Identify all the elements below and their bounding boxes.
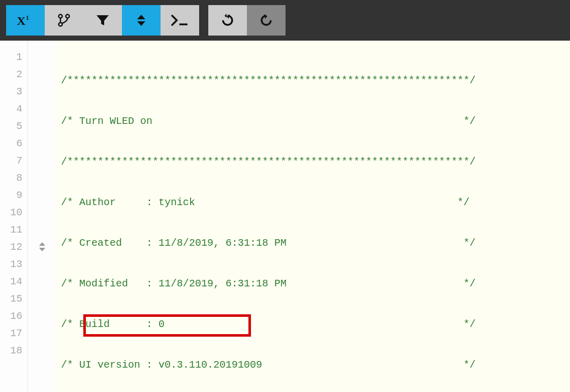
toolbar: X 1: [0, 0, 570, 41]
undo-button[interactable]: [208, 5, 247, 36]
code-line: /* Author : tynick */: [56, 193, 570, 211]
code-line: /* Build : 0 */: [56, 315, 570, 333]
line-number: 7: [0, 152, 27, 169]
comment: /* Created : 11/8/2019, 6:31:18 PM */: [61, 237, 476, 249]
line-number: 3: [0, 83, 27, 100]
svg-text:1: 1: [26, 14, 29, 21]
toolbar-group-history: [208, 5, 286, 36]
sort-button[interactable]: [122, 5, 161, 36]
svg-text:X: X: [17, 14, 26, 27]
line-number: 9: [0, 186, 27, 204]
line-number: 13: [0, 255, 27, 273]
line-number: 17: [0, 324, 27, 342]
line-number: 2: [0, 66, 27, 83]
comment: /***************************************…: [61, 156, 476, 168]
code-line: /* Modified : 11/8/2019, 6:31:18 PM */: [56, 275, 570, 292]
code-line: /***************************************…: [56, 153, 570, 170]
line-number: 16: [0, 307, 27, 324]
line-number: 15: [0, 290, 27, 307]
terminal-icon: [171, 15, 188, 26]
editor: 1 2 3 4 5 6 7 8 9 10 11 12 13 14 15 16 1…: [0, 41, 570, 392]
line-number: 14: [0, 273, 27, 290]
line-gutter: 1 2 3 4 5 6 7 8 9 10 11 12 13 14 15 16 1…: [0, 41, 28, 392]
line-number: 1: [0, 48, 27, 66]
toolbar-group-main: X 1: [6, 5, 199, 36]
fold-toggle[interactable]: [28, 238, 56, 255]
code-line: /* Turn WLED on */: [56, 112, 570, 129]
terminal-button[interactable]: [161, 5, 199, 36]
undo-icon: [220, 13, 235, 27]
line-number: 4: [0, 100, 27, 117]
comment: /* Author : tynick */: [61, 197, 469, 208]
filter-button[interactable]: [83, 5, 122, 36]
redo-button[interactable]: [247, 5, 286, 36]
line-number: 11: [0, 221, 27, 238]
comment: /* Build : 0 */: [61, 318, 476, 330]
svg-point-2: [59, 15, 62, 18]
fold-column: [28, 41, 56, 392]
filter-icon: [96, 14, 109, 26]
line-number: 5: [0, 117, 27, 135]
code-line: /***************************************…: [56, 72, 570, 89]
code-area[interactable]: /***************************************…: [56, 41, 570, 392]
branch-icon: [57, 13, 71, 27]
line-number: 8: [0, 169, 27, 186]
comment: /* UI version : v0.3.110.20191009 */: [61, 359, 476, 371]
fold-icon: [39, 242, 46, 252]
variable-button[interactable]: X 1: [6, 5, 45, 36]
comment: /* Modified : 11/8/2019, 6:31:18 PM */: [61, 278, 476, 289]
svg-point-4: [59, 23, 62, 26]
comment: /* Turn WLED on */: [61, 115, 476, 127]
code-line: /* UI version : v0.3.110.20191009 */: [56, 356, 570, 373]
line-number: 18: [0, 342, 27, 359]
comment: /***************************************…: [61, 75, 476, 86]
code-line: /* Created : 11/8/2019, 6:31:18 PM */: [56, 234, 570, 251]
line-number: 12: [0, 238, 27, 255]
sort-icon: [136, 14, 146, 27]
branch-button[interactable]: [45, 5, 83, 36]
line-number: 10: [0, 204, 27, 221]
line-number: 6: [0, 135, 27, 152]
variable-icon: X 1: [17, 14, 34, 27]
redo-icon: [259, 13, 273, 27]
svg-point-3: [66, 15, 70, 18]
